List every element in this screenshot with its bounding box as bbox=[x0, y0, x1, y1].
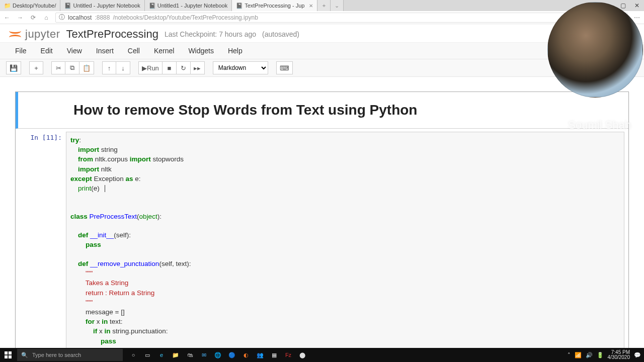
checkpoint-text: Last Checkpoint: 7 hours ago bbox=[165, 30, 256, 38]
network-icon[interactable]: 📶 bbox=[575, 352, 582, 358]
svg-rect-3 bbox=[9, 355, 12, 358]
text-caret bbox=[105, 185, 105, 192]
stop-button[interactable]: ■ bbox=[163, 61, 177, 74]
app-icon[interactable]: ▦ bbox=[268, 348, 281, 362]
restart-run-all-button[interactable]: ▸▸ bbox=[191, 61, 205, 74]
jupyter-icon: 📓 bbox=[149, 3, 155, 9]
tray-chevron-icon[interactable]: ˄ bbox=[568, 352, 571, 358]
code-cell[interactable]: In [11]: try: import string from nltk.co… bbox=[16, 129, 628, 348]
back-icon[interactable]: ← bbox=[3, 14, 11, 21]
edge-icon[interactable]: e bbox=[155, 348, 168, 362]
volume-icon[interactable]: 🔊 bbox=[586, 352, 593, 358]
browser-tab[interactable]: 📁 Desktop/Youtube/ bbox=[0, 0, 60, 11]
search-placeholder: Type here to search bbox=[32, 352, 81, 358]
jupyter-icon: 📓 bbox=[236, 3, 242, 9]
jupyter-icon: 📓 bbox=[64, 3, 70, 9]
menu-help[interactable]: Help bbox=[221, 47, 250, 55]
move-down-button[interactable]: ↓ bbox=[116, 61, 130, 74]
info-icon: ⓘ bbox=[59, 13, 65, 22]
cortana-icon[interactable]: ○ bbox=[127, 348, 140, 362]
menu-file[interactable]: File bbox=[8, 47, 34, 55]
folder-icon: 📁 bbox=[4, 3, 10, 9]
jupyter-logo[interactable]: jupyter bbox=[8, 27, 60, 41]
heading-text: How to remove Stop Words from Text using… bbox=[73, 102, 618, 118]
run-label: Run bbox=[147, 64, 159, 72]
notebook-area[interactable]: How to remove Stop Words from Text using… bbox=[0, 85, 644, 348]
new-tab-button[interactable]: + bbox=[317, 0, 331, 11]
chrome-icon[interactable]: 🌐 bbox=[211, 348, 224, 362]
notifications-icon[interactable]: 💬 bbox=[634, 352, 641, 358]
start-button[interactable] bbox=[0, 351, 16, 358]
mail-icon[interactable]: ✉ bbox=[197, 348, 210, 362]
close-icon[interactable]: ✕ bbox=[309, 3, 313, 9]
jupyter-logo-icon bbox=[8, 27, 22, 41]
paste-button[interactable]: 📋 bbox=[79, 61, 94, 74]
refresh-icon[interactable]: ⟳ bbox=[29, 14, 37, 21]
svg-rect-0 bbox=[5, 351, 8, 354]
clock-date: 4/30/2020 bbox=[608, 355, 630, 360]
browser-tab-strip: 📁 Desktop/Youtube/ 📓 Untitled - Jupyter … bbox=[0, 0, 644, 11]
search-icon: 🔍 bbox=[21, 352, 28, 358]
url-port: :8888 bbox=[95, 14, 110, 21]
menu-cell[interactable]: Cell bbox=[121, 47, 147, 55]
add-cell-button[interactable]: + bbox=[29, 61, 43, 74]
input-prompt: In [11]: bbox=[16, 132, 66, 348]
window-close-button[interactable]: ✕ bbox=[630, 2, 644, 9]
app-icon[interactable]: 🔵 bbox=[225, 348, 238, 362]
cut-button[interactable]: ✂ bbox=[51, 61, 65, 74]
explorer-icon[interactable]: 📁 bbox=[169, 348, 182, 362]
menu-view[interactable]: View bbox=[60, 47, 89, 55]
more-icon[interactable]: ⋯ bbox=[633, 14, 641, 21]
jupyter-header: jupyter TextPreProcessing Last Checkpoin… bbox=[0, 24, 644, 42]
menu-insert[interactable]: Insert bbox=[89, 47, 121, 55]
url-host: localhost bbox=[68, 14, 92, 21]
windows-taskbar: 🔍 Type here to search ○ ▭ e 📁 🛍 ✉ 🌐 🔵 ◐ … bbox=[0, 348, 644, 362]
tab-label: Untitled - Jupyter Notebook bbox=[73, 3, 140, 9]
svg-rect-1 bbox=[9, 351, 12, 354]
store-icon[interactable]: 🛍 bbox=[183, 348, 196, 362]
command-palette-button[interactable]: ⌨ bbox=[276, 61, 293, 74]
filezilla-icon[interactable]: Fz bbox=[282, 348, 295, 362]
teams-icon[interactable]: 👥 bbox=[254, 348, 267, 362]
url-path: /notebooks/Desktop/Youtube/TextPreProces… bbox=[113, 14, 258, 21]
run-button[interactable]: ▶ Run bbox=[138, 61, 163, 74]
jupyter-logo-text: jupyter bbox=[25, 28, 60, 41]
webcam-overlay bbox=[547, 2, 643, 98]
address-bar[interactable]: ⓘ localhost:8888/notebooks/Desktop/Youtu… bbox=[55, 13, 628, 23]
code-editor[interactable]: try: import string from nltk.corpus impo… bbox=[66, 132, 624, 348]
cell-type-select[interactable]: Markdown bbox=[213, 61, 268, 74]
move-up-button[interactable]: ↑ bbox=[102, 61, 116, 74]
browser-tab-active[interactable]: 📓 TextPreProcessing - Jup ✕ bbox=[232, 0, 317, 11]
svg-rect-2 bbox=[5, 355, 8, 358]
obs-icon[interactable]: ⬤ bbox=[296, 348, 309, 362]
tab-menu-button[interactable]: ⌄ bbox=[331, 0, 344, 11]
browser-tab[interactable]: 📓 Untitled1 - Jupyter Notebook bbox=[145, 0, 232, 11]
restart-button[interactable]: ↻ bbox=[177, 61, 191, 74]
jupyter-taskbar-icon[interactable]: ◐ bbox=[239, 348, 253, 362]
task-view-icon[interactable]: ▭ bbox=[141, 348, 154, 362]
tab-label: Desktop/Youtube/ bbox=[13, 3, 56, 9]
tab-label: TextPreProcessing - Jup bbox=[245, 3, 304, 9]
battery-icon[interactable]: 🔋 bbox=[597, 352, 604, 358]
browser-tab[interactable]: 📓 Untitled - Jupyter Notebook bbox=[60, 0, 144, 11]
taskbar-clock[interactable]: 7:45 PM 4/30/2020 bbox=[608, 350, 630, 360]
autosaved-text: (autosaved) bbox=[262, 30, 299, 38]
home-icon[interactable]: ⌂ bbox=[42, 14, 50, 21]
forward-icon[interactable]: → bbox=[16, 14, 24, 21]
markdown-cell[interactable]: How to remove Stop Words from Text using… bbox=[16, 92, 628, 129]
tab-label: Untitled1 - Jupyter Notebook bbox=[157, 3, 227, 9]
copy-button[interactable]: ⧉ bbox=[65, 61, 79, 74]
save-button[interactable]: 💾 bbox=[6, 61, 21, 74]
menu-kernel[interactable]: Kernel bbox=[147, 47, 181, 55]
browser-toolbar: ← → ⟳ ⌂ ⓘ localhost:8888/notebooks/Deskt… bbox=[0, 11, 644, 24]
jupyter-toolbar: 💾 + ✂ ⧉ 📋 ↑ ↓ ▶ Run ■ ↻ ▸▸ Markdown ⌨ bbox=[0, 59, 644, 77]
taskbar-search[interactable]: 🔍 Type here to search bbox=[17, 349, 123, 361]
system-tray: ˄ 📶 🔊 🔋 7:45 PM 4/30/2020 💬 bbox=[568, 350, 645, 360]
notebook-title[interactable]: TextPreProcessing bbox=[66, 28, 158, 41]
menu-edit[interactable]: Edit bbox=[34, 47, 60, 55]
menu-widgets[interactable]: Widgets bbox=[181, 47, 221, 55]
